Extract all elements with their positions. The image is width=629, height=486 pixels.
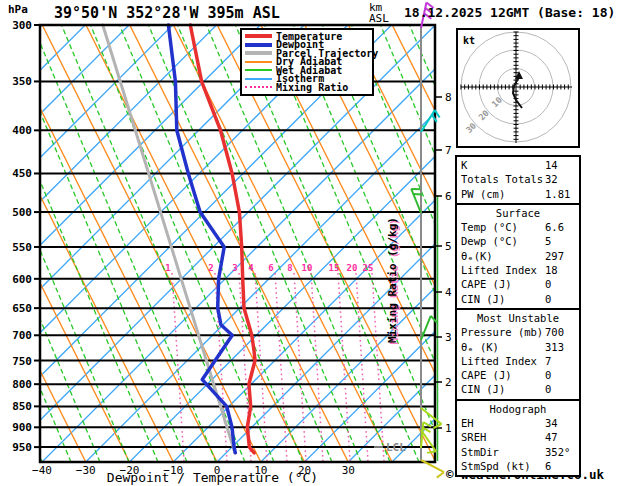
stat-value: 1.81 — [545, 187, 570, 201]
hodograph-ring-label: 20 — [477, 108, 491, 122]
legend: Temperature Dewpoint Parcel Trajectory D… — [240, 28, 374, 96]
stat-value: 352° — [545, 445, 570, 459]
stat-value: 14 — [545, 158, 558, 172]
mixing-ratio-value-label: 3 — [232, 263, 237, 273]
wet-adiabat-line — [584, 25, 629, 462]
legend-wet-adiabat-line — [245, 69, 272, 71]
stat-value: 0 — [545, 277, 551, 291]
mixing-ratio-value-label: 20 — [347, 263, 358, 273]
km-tick-label: 5 — [445, 240, 452, 253]
pressure-tick-label: 850 — [12, 400, 32, 413]
legend-isotherm-line — [245, 78, 272, 80]
pressure-tick-label: 750 — [12, 355, 32, 368]
mixing-ratio-line — [356, 273, 368, 461]
stat-value: 18 — [545, 263, 558, 277]
km-tick-label: 4 — [445, 286, 452, 299]
legend-dewpoint-line — [245, 43, 272, 47]
altitude-axis-unit: km ASL — [369, 2, 389, 24]
stat-value: 313 — [545, 340, 564, 354]
km-tick-label: 6 — [445, 190, 452, 203]
plot-border — [40, 25, 435, 462]
mixing-ratio-axis-label: Mixing Ratio (g/kg) — [386, 217, 399, 343]
stat-label: Totals Totals — [461, 173, 543, 185]
pressure-tick-label: 600 — [12, 273, 32, 286]
stat-label: Pressure (mb) — [461, 326, 543, 338]
pressure-tick-label: 550 — [12, 241, 32, 254]
stat-row: CIN (J)0 — [457, 292, 579, 306]
mixing-ratio-value-label: 15 — [329, 263, 340, 273]
pressure-tick-label: 950 — [12, 441, 32, 454]
pressure-tick-label: 350 — [12, 75, 32, 88]
hodograph: 102030kt — [456, 28, 580, 148]
mixing-ratio-value-label: 4 — [248, 263, 254, 273]
stat-value: 47 — [545, 430, 558, 444]
mixing-ratio-line — [294, 273, 306, 461]
mixing-ratio-value-label: 25 — [363, 263, 374, 273]
pressure-tick-label: 500 — [12, 206, 32, 219]
stat-row: θₑ (K)313 — [457, 340, 579, 354]
pressure-tick-label: 800 — [12, 378, 32, 391]
stat-label: θₑ (K) — [461, 341, 499, 353]
hodograph-ring-label: 10 — [490, 95, 504, 109]
stat-label: StmSpd (kt) — [461, 460, 531, 472]
stat-label: CIN (J) — [461, 293, 505, 305]
lcl-label: LCL — [386, 441, 406, 454]
stat-row: Lifted Index18 — [457, 263, 579, 277]
stat-row: CAPE (J)0 — [457, 368, 579, 382]
stat-row: Lifted Index7 — [457, 354, 579, 368]
dry-adiabat-line — [611, 25, 629, 462]
stat-row: PW (cm)1.81 — [457, 187, 579, 201]
wind-barb — [421, 422, 431, 448]
stat-label: PW (cm) — [461, 188, 505, 200]
altitude-unit-asl: ASL — [369, 13, 389, 24]
stats-section-header: Surface — [457, 206, 579, 220]
km-tick-label: 2 — [445, 376, 452, 389]
stat-value: 0 — [545, 292, 551, 306]
stat-value: 0 — [545, 382, 551, 396]
wind-barb — [421, 110, 440, 132]
stat-row: K14 — [457, 158, 579, 172]
stat-row: SREH47 — [457, 430, 579, 444]
stats-section: SurfaceTemp (°C)6.6Dewp (°C)5θₑ(K)297Lif… — [457, 203, 579, 308]
stat-value: 7 — [545, 354, 551, 368]
stat-value: 6.6 — [545, 220, 564, 234]
stat-value: 32 — [545, 172, 558, 186]
stat-label: CAPE (J) — [461, 278, 512, 290]
stat-row: Pressure (mb)700 — [457, 325, 579, 339]
legend-item: Mixing Ratio — [245, 83, 372, 92]
km-tick-label: 7 — [445, 144, 452, 157]
stats-section: K14Totals Totals32PW (cm)1.81 — [457, 157, 579, 203]
mixing-ratio-value-label: 2 — [208, 263, 213, 273]
pressure-tick-label: 300 — [12, 19, 32, 32]
skewt-sounding-page: 12346810152025Mixing Ratio (g/kg)Mixing … — [0, 0, 629, 486]
stat-value: 297 — [545, 249, 564, 263]
wind-barb — [421, 408, 441, 428]
stats-section: Most UnstablePressure (mb)700θₑ (K)313Li… — [457, 308, 579, 399]
km-tick-label: 8 — [445, 91, 452, 104]
stat-value: 0 — [545, 368, 551, 382]
stat-label: SREH — [461, 431, 486, 443]
stat-label: K — [461, 159, 467, 171]
stat-label: θₑ(K) — [461, 250, 493, 262]
pressure-tick-label: 650 — [12, 302, 32, 315]
stats-section-header: Hodograph — [457, 402, 579, 416]
stat-row: Totals Totals32 — [457, 172, 579, 186]
stat-row: CAPE (J)0 — [457, 277, 579, 291]
mixing-ratio-value-label: 8 — [287, 263, 292, 273]
stat-value: 5 — [545, 234, 551, 248]
stat-row: θₑ(K)297 — [457, 249, 579, 263]
legend-dry-adiabat-line — [245, 61, 272, 63]
mixing-ratio-value-label: 1 — [165, 263, 170, 273]
legend-parcel-line — [245, 51, 272, 55]
wet-adiabat-line — [0, 25, 13, 462]
hodograph-unit-label: kt — [463, 35, 475, 46]
x-axis-title: Dewpoint / Temperature (°C) — [15, 470, 410, 485]
stat-label: CIN (J) — [461, 383, 505, 395]
stat-row: StmSpd (kt)6 — [457, 459, 579, 473]
pressure-tick-label: 700 — [12, 329, 32, 342]
mixing-ratio-value-label: 10 — [302, 263, 313, 273]
stat-label: Dewp (°C) — [461, 235, 518, 247]
legend-temperature-line — [245, 34, 272, 38]
wet-adiabat-line — [613, 25, 629, 462]
km-tick-label: 3 — [445, 331, 452, 344]
